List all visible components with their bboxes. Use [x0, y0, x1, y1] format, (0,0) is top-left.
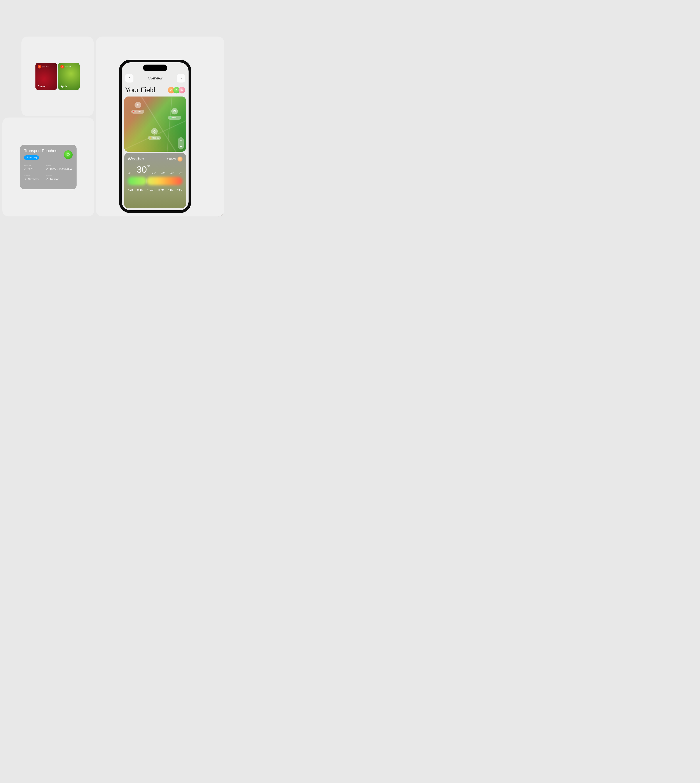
field-label: Worker	[24, 175, 46, 177]
field-marker-1[interactable]: Field 01	[131, 102, 144, 114]
field-label: Action	[46, 175, 73, 177]
task-field-season: Season 2023	[24, 165, 46, 171]
status-text: Pending	[30, 157, 37, 159]
page-heading: Your Field	[125, 86, 155, 94]
sun-icon	[178, 157, 182, 162]
hour-5: 2 PM	[177, 189, 182, 192]
temp-4: 33°	[170, 172, 174, 174]
task-field-dates: Dates 10/27 - 11/27/2024	[46, 165, 73, 171]
crop-chips	[169, 87, 185, 93]
field-map[interactable]: Field 01 Field 02 Field 03 + −	[124, 97, 186, 152]
alert-icon	[38, 65, 41, 68]
crop-name: Apple	[60, 85, 67, 88]
apple-icon	[171, 108, 178, 114]
weather-card: Weather Sunny 29° 30 °C 31° 32° 33° 34°	[124, 153, 186, 208]
temp-0: 29°	[128, 172, 132, 174]
svg-point-9	[137, 105, 138, 106]
chip-cherry[interactable]	[178, 87, 185, 93]
temp-3: 32°	[161, 172, 165, 174]
cherry-icon	[180, 88, 183, 92]
more-icon	[179, 77, 182, 80]
hour-row: 9 AM 10 AM 11 AM 12 PM 1 AM 2 PM	[128, 189, 182, 192]
temp-unit: °C	[147, 165, 150, 167]
field-value: 2023	[28, 168, 33, 171]
status-pill: Pending	[24, 155, 39, 160]
phone-frame: Overview Your Field	[119, 60, 191, 213]
alert-icon	[60, 65, 64, 68]
svg-point-3	[180, 78, 180, 78]
bolt-icon	[26, 157, 28, 159]
zoom-out-button[interactable]: −	[178, 144, 184, 149]
pest-risk-label: pest risk	[65, 66, 71, 68]
svg-point-6	[171, 90, 172, 91]
current-time-needle	[147, 175, 147, 187]
cherry-icon	[135, 102, 141, 109]
task-card[interactable]: Transport Peaches Pending Season 2023 Da…	[20, 145, 77, 189]
weather-title: Weather	[128, 157, 144, 162]
task-field-worker: Worker Alex Moor	[24, 175, 46, 181]
pest-risk-badge: pest risk	[60, 65, 71, 68]
svg-point-1	[25, 179, 26, 179]
weather-condition: Sunny	[167, 157, 176, 161]
svg-point-4	[181, 78, 181, 78]
hour-0: 9 AM	[128, 189, 133, 192]
pest-risk-label: pest risk	[42, 66, 48, 68]
pest-risk-badge: pest risk	[38, 65, 48, 68]
temp-2: 31°	[152, 172, 156, 174]
zoom-in-button[interactable]: +	[178, 137, 184, 144]
crop-card-apple[interactable]: pest risk Apple	[58, 63, 80, 90]
task-panel: Transport Peaches Pending Season 2023 Da…	[2, 117, 94, 216]
svg-point-7	[181, 90, 182, 91]
hour-2: 11 AM	[147, 189, 153, 192]
phone-screen: Overview Your Field	[122, 62, 188, 210]
zoom-control: + −	[178, 137, 184, 149]
back-button[interactable]	[125, 74, 133, 82]
field-label: Season	[24, 165, 46, 167]
field-value: Transort	[50, 178, 59, 181]
apple-icon	[175, 88, 178, 92]
temp-current: 30 °C	[137, 165, 147, 174]
svg-point-11	[153, 131, 155, 132]
field-label: Dates	[46, 165, 73, 167]
fruit-icon	[64, 150, 73, 159]
person-icon	[24, 178, 27, 180]
field-value: 10/27 - 11/27/2024	[50, 168, 72, 171]
peach-icon	[151, 128, 158, 135]
calendar-icon	[46, 168, 48, 170]
basket-icon	[24, 168, 27, 170]
field-label: Field 01	[135, 110, 142, 113]
field-label: Field 03	[152, 137, 159, 139]
more-button[interactable]	[177, 74, 185, 82]
arrow-left-icon	[128, 77, 131, 80]
field-value: Alex Moor	[28, 178, 39, 181]
temp-5: 34°	[179, 172, 182, 174]
hour-1: 10 AM	[137, 189, 143, 192]
crop-card-cherry[interactable]: pest risk Cherry	[35, 63, 57, 90]
screen-title: Overview	[133, 76, 177, 80]
temp-gradient-bar	[128, 176, 182, 185]
phone-panel: Overview Your Field	[96, 37, 224, 216]
svg-point-8	[182, 90, 183, 91]
temp-current-value: 30	[137, 164, 147, 175]
field-marker-2[interactable]: Field 02	[168, 108, 181, 120]
crops-panel: pest risk Cherry pest risk Apple	[22, 37, 93, 116]
tag-icon	[46, 178, 48, 180]
field-marker-3[interactable]: Field 03	[148, 128, 161, 140]
svg-point-10	[138, 105, 139, 106]
field-label: Field 02	[172, 117, 179, 119]
hour-3: 12 PM	[158, 189, 164, 192]
svg-point-5	[182, 78, 182, 78]
dynamic-island	[143, 65, 167, 71]
task-field-action: Action Transort	[46, 175, 73, 181]
crop-name: Cherry	[38, 85, 45, 88]
hour-4: 1 AM	[168, 189, 173, 192]
peach-icon	[170, 88, 173, 92]
svg-rect-0	[47, 169, 48, 170]
